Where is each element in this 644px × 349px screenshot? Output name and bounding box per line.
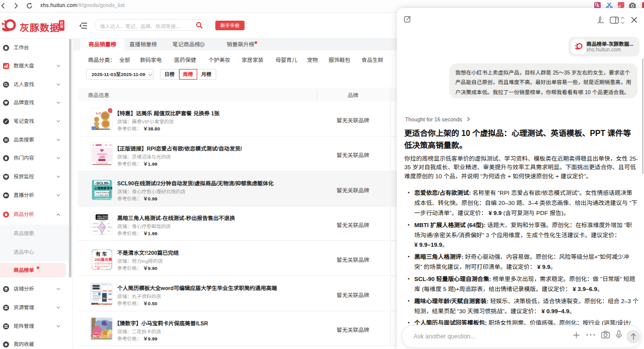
svg-text:情绪抽离: 情绪抽离 bbox=[93, 230, 98, 232]
svg-text:甜宠高干: 甜宠高干 bbox=[95, 265, 104, 268]
svg-text:马基雅维利测试: 马基雅维利测试 bbox=[97, 217, 110, 220]
svg-text:有 车: 有 车 bbox=[96, 251, 107, 257]
svg-text:九大维度全面筛查: 九大维度全面筛查 bbox=[96, 193, 110, 196]
svg-text:攻击倾向: 攻击倾向 bbox=[100, 220, 105, 222]
svg-text:自信: 自信 bbox=[107, 223, 110, 225]
svg-text:海量模板 一次购买终身使用: 海量模板 一次购买终身使用 bbox=[99, 304, 113, 305]
svg-text:下载即用: 下载即用 bbox=[92, 303, 98, 305]
svg-text:1+2: 1+2 bbox=[96, 112, 101, 115]
svg-text:黑暗人格测试: 黑暗人格测试 bbox=[97, 215, 109, 217]
svg-text:马基雅维利: 马基雅维利 bbox=[92, 226, 99, 228]
svg-text:人際距离: 人際距离 bbox=[99, 233, 105, 235]
svg-text:仙侠酣畅: 仙侠酣畅 bbox=[104, 262, 113, 265]
svg-text:-SCL90-: -SCL90- bbox=[95, 180, 110, 185]
svg-text:姐狗年下: 姐狗年下 bbox=[104, 265, 113, 268]
svg-text:200篇合集: 200篇合集 bbox=[95, 257, 113, 262]
svg-text:共情: 共情 bbox=[107, 230, 110, 232]
svg-text:手机自助|自动出报告|无需物流: 手机自助|自动出报告|无需物流 bbox=[94, 197, 113, 199]
svg-text:操控性: 操控性 bbox=[108, 226, 112, 228]
svg-text:冷酷维度: 冷酷维度 bbox=[93, 223, 98, 225]
svg-text:100: 100 bbox=[99, 155, 105, 159]
svg-text:早醒|焦虑|易怒疲乏: 早醒|焦虑|易怒疲乏 bbox=[96, 191, 111, 194]
svg-text:彩搪顶灿: 彩搪顶灿 bbox=[95, 262, 104, 265]
svg-text:猜数字: 猜数字 bbox=[92, 335, 100, 337]
svg-text:心理健康测评: 心理健康测评 bbox=[94, 186, 113, 189]
svg-text:自恋度: 自恋度 bbox=[100, 227, 105, 229]
